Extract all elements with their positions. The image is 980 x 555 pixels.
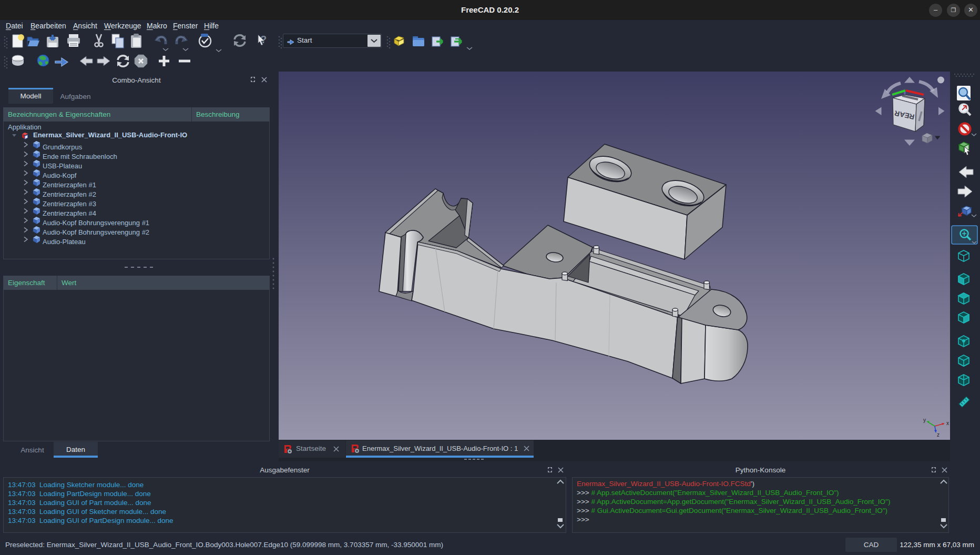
svg-text:x: x — [946, 420, 949, 426]
svg-text:z: z — [937, 432, 940, 438]
svg-text:y: y — [923, 417, 926, 423]
